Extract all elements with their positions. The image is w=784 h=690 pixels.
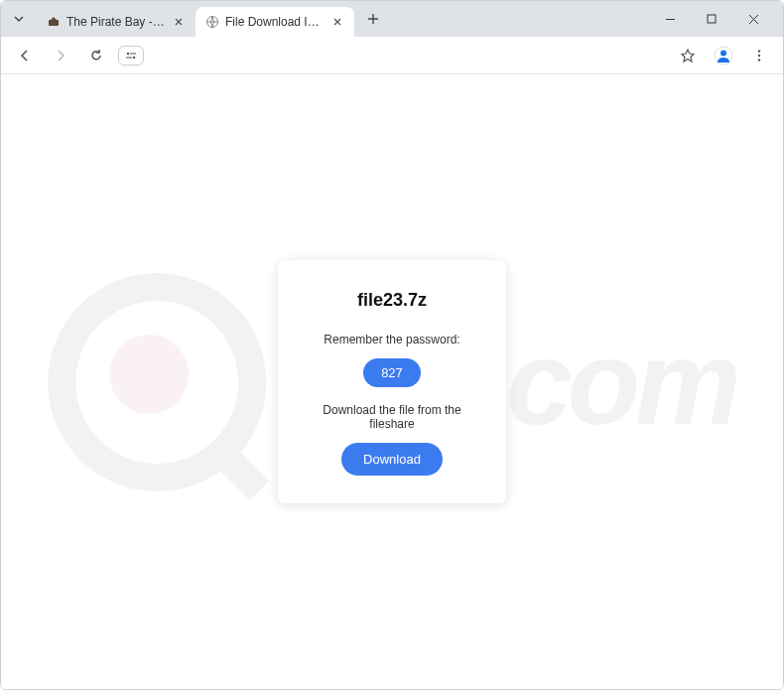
close-icon[interactable] xyxy=(330,15,344,29)
svg-point-8 xyxy=(758,54,760,56)
bookmark-button[interactable] xyxy=(674,42,702,69)
svg-point-7 xyxy=(758,50,760,52)
reload-button[interactable] xyxy=(82,42,110,69)
maximize-button[interactable] xyxy=(698,5,725,33)
minimize-button[interactable] xyxy=(656,5,684,33)
back-button[interactable] xyxy=(11,42,39,69)
svg-rect-0 xyxy=(49,20,59,26)
favicon-icon xyxy=(47,15,61,29)
password-label: Remember the password: xyxy=(318,333,466,346)
file-name: file23.7z xyxy=(318,290,466,311)
password-badge: 827 xyxy=(363,358,421,387)
tab-strip: The Pirate Bay - The galaxy's m... File … xyxy=(37,1,354,37)
new-tab-button[interactable] xyxy=(360,6,386,32)
browser-titlebar: The Pirate Bay - The galaxy's m... File … xyxy=(1,1,783,37)
tab-title: The Pirate Bay - The galaxy's m... xyxy=(66,15,166,29)
browser-toolbar xyxy=(1,37,783,74)
download-card: file23.7z Remember the password: 827 Dow… xyxy=(278,260,506,503)
tab-file-download[interactable]: File Download Instructions for f... xyxy=(196,7,354,37)
page-content: risk.com file23.7z Remember the password… xyxy=(1,74,783,689)
site-settings-button[interactable] xyxy=(118,46,144,66)
tab-pirate-bay[interactable]: The Pirate Bay - The galaxy's m... xyxy=(37,7,196,37)
tab-title: File Download Instructions for f... xyxy=(225,15,325,29)
svg-point-4 xyxy=(133,56,135,58)
svg-point-3 xyxy=(127,52,129,54)
svg-point-9 xyxy=(758,59,760,61)
tab-search-dropdown[interactable] xyxy=(5,5,33,33)
close-window-button[interactable] xyxy=(739,5,767,33)
download-button[interactable]: Download xyxy=(341,443,443,476)
window-controls xyxy=(648,5,775,33)
svg-rect-2 xyxy=(708,15,716,23)
forward-button[interactable] xyxy=(47,42,74,69)
profile-button[interactable] xyxy=(710,42,737,69)
download-instruction: Download the file from the fileshare xyxy=(318,403,466,431)
close-icon[interactable] xyxy=(172,15,186,29)
svg-point-6 xyxy=(720,50,726,56)
menu-button[interactable] xyxy=(745,42,773,69)
globe-icon xyxy=(205,15,219,29)
